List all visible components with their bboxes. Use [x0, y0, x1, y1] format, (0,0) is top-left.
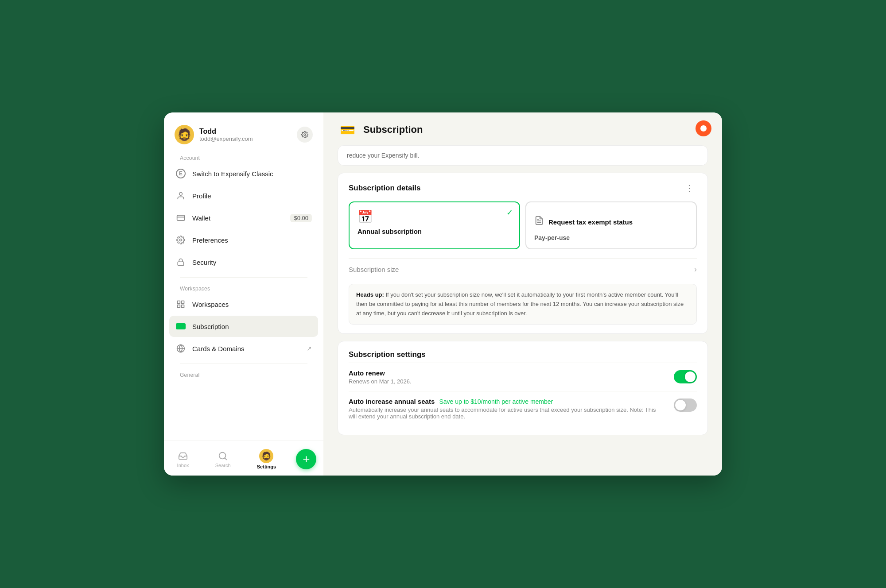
tab-search[interactable]: Search [209, 448, 237, 471]
settings-gear-button[interactable] [297, 127, 313, 143]
profile-icon [175, 190, 186, 201]
sidebar-item-preferences[interactable]: Preferences [169, 229, 318, 251]
sidebar-item-workspaces[interactable]: Workspaces [169, 294, 318, 315]
wallet-badge: $0.00 [290, 214, 312, 222]
annual-subscription-icon: 📅 [358, 209, 511, 224]
svg-rect-7 [178, 305, 180, 308]
user-email: todd@expensify.com [199, 135, 253, 142]
svg-line-12 [225, 458, 226, 460]
notification-dot[interactable] [696, 120, 711, 136]
sidebar-item-cards-domains[interactable]: Cards & Domains ↗ [169, 338, 318, 359]
cards-domains-ext-icon: ↗ [307, 345, 312, 352]
sidebar-bottom-tabs: Inbox Search 🧔 Settings + [164, 441, 323, 476]
subscription-details-header: Subscription details ⋮ [349, 182, 697, 194]
auto-increase-save-text: Save up to $10/month per active member [439, 398, 553, 405]
heads-up-body: If you don't set your subscription size … [356, 291, 684, 317]
cards-domains-icon [175, 343, 186, 354]
heads-up-title: Heads up: [356, 291, 384, 298]
subscription-details-menu-button[interactable]: ⋮ [682, 182, 697, 194]
subscription-size-chevron-icon: › [694, 265, 697, 274]
security-icon [175, 257, 186, 267]
page-header: 💳 Subscription [338, 123, 708, 136]
svg-point-1 [179, 193, 183, 196]
tax-exempt-row: Request tax exempt status [534, 209, 688, 232]
subscription-settings-title: Subscription settings [349, 350, 697, 359]
user-name: Todd [199, 128, 253, 135]
tab-inbox[interactable]: Inbox [171, 448, 195, 471]
pay-per-use-option[interactable]: Request tax exempt status Pay-per-use [525, 201, 697, 249]
annual-subscription-check: ✓ [506, 208, 513, 217]
fab-add-button[interactable]: + [296, 449, 316, 469]
tax-exempt-icon [534, 216, 544, 228]
main-content: 💳 Subscription reduce your Expensify bil… [323, 112, 722, 476]
workspaces-section-label: Workspaces [169, 282, 318, 294]
subscription-settings-card: Subscription settings Auto renew Renews … [338, 341, 708, 435]
subscription-icon [175, 321, 186, 332]
auto-increase-toggle[interactable] [674, 398, 697, 412]
sidebar-item-subscription[interactable]: Subscription [169, 316, 318, 337]
svg-rect-5 [178, 301, 180, 304]
sidebar-divider-2 [180, 364, 307, 364]
auto-renew-toggle[interactable] [674, 370, 697, 383]
page-title: Subscription [363, 124, 423, 135]
auto-renew-sublabel: Renews on Mar 1, 2026. [349, 378, 665, 385]
general-section-label: General [169, 368, 318, 380]
sidebar-nav: Account E Switch to Expensify Classic Pr… [164, 151, 323, 441]
subscription-details-title: Subscription details [349, 184, 420, 193]
svg-point-0 [304, 134, 306, 135]
auto-increase-label: Auto increase annual seats Save up to $1… [349, 398, 665, 405]
workspaces-icon [175, 299, 186, 309]
sidebar: 🧔 Todd todd@expensify.com Account E Swit… [164, 112, 323, 476]
avatar: 🧔 [175, 125, 194, 144]
heads-up-box: Heads up: If you don't set your subscrip… [349, 284, 697, 325]
svg-point-3 [180, 239, 182, 241]
tab-settings[interactable]: 🧔 Settings [251, 446, 282, 472]
subscription-options: 📅 ✓ Annual subscription Request tax exem… [349, 201, 697, 249]
expensify-classic-icon: E [175, 168, 186, 179]
settings-active-bg: 🧔 [259, 449, 273, 463]
subscription-details-card: Subscription details ⋮ 📅 ✓ Annual subscr… [338, 173, 708, 334]
tax-exempt-label: Request tax exempt status [548, 218, 633, 226]
auto-renew-label: Auto renew [349, 369, 665, 377]
sidebar-header: 🧔 Todd todd@expensify.com [164, 112, 323, 151]
sidebar-divider-1 [180, 277, 307, 278]
user-info: 🧔 Todd todd@expensify.com [175, 125, 253, 144]
pay-per-use-label: Pay-per-use [534, 234, 688, 241]
svg-rect-4 [178, 262, 184, 265]
account-section-label: Account [169, 151, 318, 163]
auto-increase-sublabel: Automatically increase your annual seats… [349, 406, 665, 420]
partial-card: reduce your Expensify bill. [338, 145, 708, 166]
auto-increase-row: Auto increase annual seats Save up to $1… [349, 391, 697, 426]
subscription-header-icon: 💳 [338, 123, 357, 136]
svg-rect-8 [182, 305, 184, 308]
auto-renew-row: Auto renew Renews on Mar 1, 2026. [349, 363, 697, 391]
subscription-size-row[interactable]: Subscription size › [349, 258, 697, 280]
wallet-icon [175, 213, 186, 223]
annual-subscription-label: Annual subscription [358, 228, 511, 235]
preferences-icon [175, 235, 186, 245]
sidebar-item-profile[interactable]: Profile [169, 185, 318, 206]
annual-subscription-option[interactable]: 📅 ✓ Annual subscription [349, 201, 520, 249]
svg-rect-6 [182, 301, 184, 304]
sidebar-item-wallet[interactable]: Wallet $0.00 [169, 207, 318, 228]
sidebar-item-security[interactable]: Security [169, 251, 318, 273]
svg-rect-2 [177, 215, 185, 220]
inbox-icon [177, 450, 189, 462]
sidebar-item-switch[interactable]: E Switch to Expensify Classic [169, 163, 318, 184]
search-icon [217, 450, 229, 462]
subscription-size-label: Subscription size [349, 266, 399, 273]
